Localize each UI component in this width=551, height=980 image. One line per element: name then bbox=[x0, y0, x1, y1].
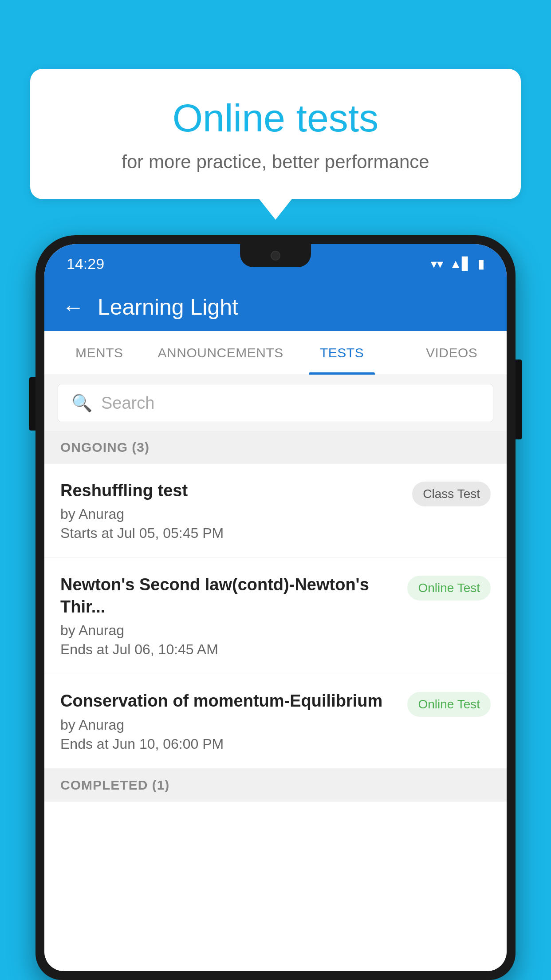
app-title: Learning Light bbox=[98, 294, 238, 320]
test-item-by: by Anurag bbox=[60, 506, 403, 522]
phone-volume-button bbox=[29, 377, 35, 431]
back-button[interactable]: ← bbox=[62, 294, 84, 320]
test-item-by: by Anurag bbox=[60, 622, 398, 639]
ongoing-section-header: ONGOING (3) bbox=[44, 431, 507, 464]
phone-notch bbox=[240, 244, 311, 267]
tab-videos[interactable]: VIDEOS bbox=[397, 331, 507, 375]
search-icon: 🔍 bbox=[71, 393, 92, 413]
phone-power-button bbox=[516, 360, 522, 439]
test-item-time: Ends at Jun 10, 06:00 PM bbox=[60, 736, 398, 752]
speech-bubble-wrapper: Online tests for more practice, better p… bbox=[30, 69, 521, 220]
app-header: ← Learning Light bbox=[44, 283, 507, 331]
status-time: 14:29 bbox=[67, 255, 104, 273]
test-item-by: by Anurag bbox=[60, 717, 398, 733]
wifi-icon: ▾▾ bbox=[431, 257, 443, 271]
status-icons: ▾▾ ▲▋ ▮ bbox=[431, 257, 484, 271]
search-input[interactable]: Search bbox=[101, 394, 154, 413]
bubble-title: Online tests bbox=[66, 95, 485, 141]
status-bar: 14:29 ▾▾ ▲▋ ▮ bbox=[44, 244, 507, 283]
test-item[interactable]: Reshuffling test by Anurag Starts at Jul… bbox=[44, 464, 507, 558]
tab-announcements[interactable]: ANNOUNCEMENTS bbox=[154, 331, 287, 375]
test-item-title: Reshuffling test bbox=[60, 480, 403, 502]
search-container: 🔍 Search bbox=[44, 375, 507, 431]
test-badge-online: Online Test bbox=[407, 576, 491, 601]
bubble-subtitle: for more practice, better performance bbox=[66, 151, 485, 173]
tab-tests[interactable]: TESTS bbox=[287, 331, 397, 375]
tab-ments[interactable]: MENTS bbox=[44, 331, 154, 375]
test-item-time: Ends at Jul 06, 10:45 AM bbox=[60, 641, 398, 658]
search-bar[interactable]: 🔍 Search bbox=[58, 384, 493, 422]
test-item-time: Starts at Jul 05, 05:45 PM bbox=[60, 525, 403, 541]
test-item[interactable]: Conservation of momentum-Equilibrium by … bbox=[44, 674, 507, 768]
speech-bubble-arrow bbox=[259, 198, 292, 220]
test-item-content: Reshuffling test by Anurag Starts at Jul… bbox=[60, 480, 412, 541]
test-item-content: Conservation of momentum-Equilibrium by … bbox=[60, 690, 407, 752]
completed-section-header: COMPLETED (1) bbox=[44, 769, 507, 802]
battery-icon: ▮ bbox=[478, 257, 484, 271]
front-camera bbox=[271, 251, 280, 261]
tabs-bar: MENTS ANNOUNCEMENTS TESTS VIDEOS bbox=[44, 331, 507, 375]
test-item-title: Conservation of momentum-Equilibrium bbox=[60, 690, 398, 712]
phone-frame: 14:29 ▾▾ ▲▋ ▮ ← Learning Light MENTS ANN… bbox=[35, 235, 516, 980]
signal-icon: ▲▋ bbox=[449, 257, 472, 271]
test-item-title: Newton's Second law(contd)-Newton's Thir… bbox=[60, 574, 398, 618]
test-badge-class: Class Test bbox=[412, 482, 491, 506]
test-item[interactable]: Newton's Second law(contd)-Newton's Thir… bbox=[44, 558, 507, 674]
test-items-list: Reshuffling test by Anurag Starts at Jul… bbox=[44, 464, 507, 971]
test-item-content: Newton's Second law(contd)-Newton's Thir… bbox=[60, 574, 407, 658]
speech-bubble: Online tests for more practice, better p… bbox=[30, 69, 521, 199]
phone-screen: 14:29 ▾▾ ▲▋ ▮ ← Learning Light MENTS ANN… bbox=[44, 244, 507, 971]
test-badge-online-2: Online Test bbox=[407, 692, 491, 717]
